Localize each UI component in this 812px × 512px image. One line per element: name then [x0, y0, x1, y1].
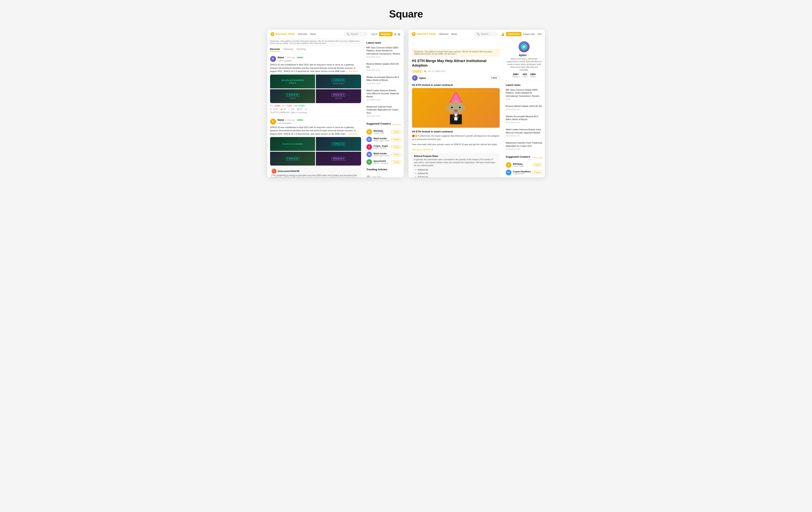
tab-trending[interactable]: Trending — [296, 48, 306, 52]
currency-selector[interactable]: USD — [537, 33, 542, 35]
follow-button[interactable]: Follow — [392, 130, 401, 134]
right-nav-logo-text: BINANCE FEED — [417, 32, 436, 35]
like-action[interactable]: 👍 43 — [280, 108, 286, 110]
svg-point-8 — [451, 107, 453, 108]
stat-followers-label: Followers — [512, 76, 520, 78]
bell-icon[interactable]: 🔔 — [501, 32, 504, 36]
news-panel: Latest news IMF Says Common Global CBDC … — [364, 38, 404, 177]
news-title[interactable]: Whales Accumulate Massive $3.5 Billion W… — [367, 76, 401, 82]
news-title[interactable]: Binance Market Update (2023-06-20) — [367, 62, 401, 68]
stat-shares-label: Shares — [530, 76, 536, 78]
register-button[interactable]: Register — [379, 32, 393, 36]
tab-discover[interactable]: Discover — [270, 48, 280, 52]
creator-info: BSCDaily Crypto Trader — [513, 163, 524, 167]
news-date: 13:34 — [506, 98, 543, 100]
article-author-info: Aptos ✓ — [419, 76, 429, 80]
article-meta: Trending 🔥 26 / 11 / 2022 16:17 — [412, 70, 500, 73]
nft-image — [412, 88, 500, 128]
follow-button[interactable]: Follow — [392, 145, 401, 149]
post-meta: Name 2 mins ago Author Coin Foundation — [278, 119, 357, 124]
news-title[interactable]: Binance Market Update (2023-06-20) — [506, 105, 543, 108]
follow-button[interactable]: Follow — [392, 138, 401, 141]
post-more-icon[interactable]: ··· — [358, 57, 361, 61]
screenshots-container: B BINANCE FEED Discover News 🔍 Search Lo… — [267, 30, 545, 177]
post-actions: 👁 15.6k 👍 43 ↗ 124 💬 01 ⊕ — [270, 108, 361, 110]
creator-item: W Web3 Insider Web3 Crypto Space Follow — [367, 152, 401, 157]
creators-list: B BSCDaily Crypto Trader Follow W Web3 I… — [367, 129, 401, 165]
search-icon-right: 🔍 — [477, 33, 480, 35]
view-more-link[interactable]: View More — [348, 70, 358, 73]
bullet-item: Bulleted list — [418, 168, 498, 172]
creator-name: Crypto_Angel — [374, 145, 388, 147]
article-follow-button[interactable]: Follow — [489, 76, 500, 80]
avatar: N — [270, 119, 276, 124]
trending-badge: Trending — [412, 70, 423, 73]
sidebar-view-more[interactable]: View more — [533, 157, 542, 159]
creator-name: SpaceCatch — [374, 160, 388, 162]
left-nav-search[interactable]: 🔍 Search — [344, 32, 368, 36]
post-item: N Name 2 mins ago Author Coin Foundation… — [267, 116, 364, 177]
article-link[interactable]: App.space.id/#referral — [412, 148, 500, 151]
article-section2-text2: Now more wait: Add your primary name on … — [412, 143, 500, 146]
news-title[interactable]: Web3 Leader Animoca Brands Joins Mitsui … — [367, 89, 401, 98]
post-image-spaceid2: 0 SPACE ID Platform — [270, 89, 315, 103]
download-button[interactable]: Download — [506, 32, 521, 36]
view-more-link[interactable]: View More — [348, 133, 358, 135]
suggested-creators-header: Suggested Creators View more — [367, 122, 401, 127]
trending-articles-title: Trending Articles — [367, 168, 387, 171]
follow-button[interactable]: Follow — [532, 163, 543, 167]
search-placeholder-text: Search — [351, 33, 358, 35]
creator-avatar: CH — [506, 170, 512, 175]
view-action[interactable]: 👁 15.6k — [270, 108, 278, 110]
news-item: Binance Market Update (2023-06-20) 19 06… — [367, 62, 401, 74]
stat-shares-num: 24M+ — [530, 73, 536, 76]
grid-icon[interactable]: ⊞ — [394, 32, 397, 36]
creator-info: SpaceCatch Games / Investors — [374, 160, 388, 164]
right-nav-search[interactable]: 🔍 Search — [474, 32, 498, 36]
bookmark-action[interactable]: ⊕ — [305, 108, 307, 110]
news-title[interactable]: Mastercard Submits Fresh Trademark Appli… — [506, 141, 543, 147]
follow-button[interactable]: Follow — [392, 161, 401, 164]
news-item: Whales Accumulate Massive $3.5 Billion W… — [506, 115, 543, 126]
creator-item: B BSCDaily Crypto Trader Follow — [367, 129, 401, 135]
news-title[interactable]: Mastercard Submits Fresh Trademark Appli… — [367, 105, 401, 114]
share-action[interactable]: ↗ 124 — [289, 108, 294, 110]
post-attribution: CRYPTO DOMINIUM · Date of Launching — [270, 111, 361, 114]
follow-button[interactable]: Follow — [532, 171, 543, 174]
news-title[interactable]: IMF Says Common Global CBDC Platform, Ru… — [506, 88, 543, 97]
nav-news-link-right[interactable]: News — [451, 33, 457, 35]
binance-logo-icon: B — [270, 32, 274, 36]
stat-liked: 623 Liked — [523, 73, 527, 78]
lang-selector[interactable]: English (All) — [523, 33, 535, 35]
svg-rect-17 — [522, 46, 526, 46]
follow-button[interactable]: Follow — [392, 153, 401, 156]
news-title[interactable]: Whales Accumulate Massive $3.5 Billion W… — [506, 115, 543, 121]
post-image-security: Security and Availability — [270, 137, 315, 151]
trending-articles-header: Trending Articles — [367, 168, 401, 173]
creator-desc: Crypto Trader — [513, 165, 524, 167]
news-title[interactable]: IMF Says Common Global CBDC Platform, Ru… — [367, 46, 401, 55]
theme-icon[interactable]: ◐ — [398, 32, 401, 36]
login-button[interactable]: Log In — [371, 33, 377, 35]
creator-info: Crypto_Angel Crypto / Investor — [374, 145, 388, 149]
page-title: Square — [389, 8, 423, 20]
post-more-icon[interactable]: ··· — [358, 120, 361, 123]
post-header: N Name 2 mins ago Author Coin Foundation… — [270, 56, 361, 62]
nav-discover-link-right[interactable]: Discover — [439, 33, 448, 35]
creator-info: Crypto Headlines Crypto Insider — [513, 170, 531, 175]
back-button[interactable]: ← — [412, 43, 415, 47]
article-subtitle: H2 ETH locked in smart contracts — [412, 84, 500, 86]
nav-discover-link[interactable]: Discover — [298, 33, 307, 35]
news-item: Binance Market Update (2023-06-20) 19 06… — [506, 105, 543, 112]
nav-news-link[interactable]: News — [310, 33, 316, 35]
post-author: Name — [278, 56, 284, 59]
post-image-spaceid3: SPACE ID 3 Next Gen — [316, 89, 361, 103]
news-title[interactable]: Web3 Leader Animoca Brands Joins Mitsui … — [506, 128, 543, 134]
news-date: 16 06 2022 12:34 — [367, 56, 401, 58]
svg-point-10 — [454, 110, 458, 112]
tab-following[interactable]: Following — [283, 48, 293, 52]
article-author-row: A Aptos ✓ Follow — [412, 75, 500, 81]
view-more-button[interactable]: View more — [392, 123, 401, 126]
comment-action[interactable]: 💬 01 — [297, 108, 302, 110]
news-date: 19 06 2023 12:34 — [367, 115, 401, 117]
